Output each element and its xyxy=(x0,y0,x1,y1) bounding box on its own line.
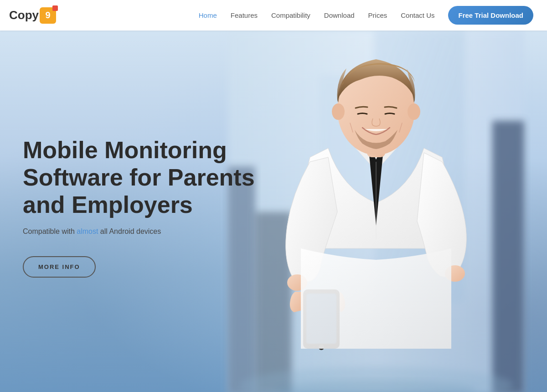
subtitle-highlight: almost xyxy=(77,227,98,235)
logo-text: Copy 9 xyxy=(9,7,56,24)
nav-item-contact[interactable]: Contact Us xyxy=(401,11,434,19)
svg-rect-3 xyxy=(492,121,524,392)
hero-section: Mobile Monitoring Software for Parents a… xyxy=(0,0,547,392)
svg-point-16 xyxy=(332,103,345,120)
hero-subtitle: Compatible with almost all Android devic… xyxy=(23,227,296,236)
site-header: Copy 9 Home Features Compatibility Downl… xyxy=(0,0,547,31)
nav-item-features[interactable]: Features xyxy=(231,11,258,19)
nav-item-prices[interactable]: Prices xyxy=(368,11,387,19)
more-info-button[interactable]: MORE INFO xyxy=(23,256,96,278)
nav-item-home[interactable]: Home xyxy=(199,11,217,19)
hero-content: Mobile Monitoring Software for Parents a… xyxy=(23,137,296,278)
logo-copy-text: Copy xyxy=(9,8,39,22)
free-trial-button[interactable]: Free Trial Download xyxy=(448,6,533,25)
nav-item-compatibility[interactable]: Compatibility xyxy=(271,11,310,19)
main-nav: Home Features Compatibility Download Pri… xyxy=(199,6,533,25)
svg-point-17 xyxy=(408,103,420,120)
logo-nine-badge: 9 xyxy=(40,7,56,24)
nav-item-download[interactable]: Download xyxy=(324,11,355,19)
hero-title: Mobile Monitoring Software for Parents a… xyxy=(23,137,296,218)
logo[interactable]: Copy 9 xyxy=(9,7,56,24)
